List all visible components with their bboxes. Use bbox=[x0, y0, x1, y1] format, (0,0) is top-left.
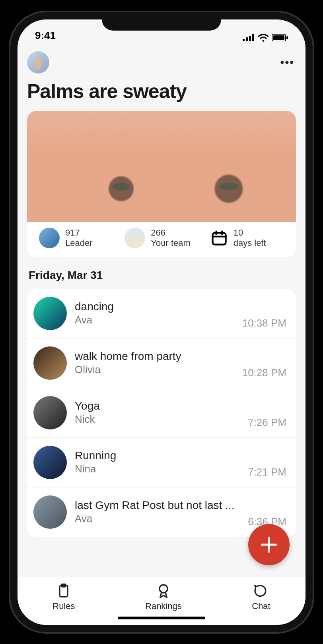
feed-item-title: Yoga bbox=[75, 400, 240, 412]
page-title: Palms are sweaty bbox=[27, 80, 296, 103]
feed-item[interactable]: dancing Ava 10:38 PM bbox=[27, 289, 296, 338]
feed-item-title: walk home from party bbox=[75, 350, 234, 363]
nav-chat[interactable]: Chat bbox=[252, 583, 270, 611]
feed-item-title: Running bbox=[75, 449, 240, 462]
more-icon[interactable]: ••• bbox=[280, 56, 296, 69]
feed-item-user: Ava bbox=[75, 512, 240, 525]
svg-rect-5 bbox=[273, 35, 284, 40]
stat-team[interactable]: 266 Your team bbox=[125, 228, 198, 248]
battery-icon bbox=[272, 34, 288, 41]
ribbon-icon bbox=[156, 583, 171, 599]
nav-rules[interactable]: Rules bbox=[53, 583, 75, 611]
feed-item-time: 10:38 PM bbox=[242, 317, 286, 329]
phone-frame: 9:41 ••• Palms are sweaty 917 bbox=[10, 12, 313, 632]
svg-rect-7 bbox=[212, 233, 226, 244]
team-label: Your team bbox=[151, 238, 190, 248]
feed-item-avatar bbox=[33, 297, 67, 330]
svg-rect-3 bbox=[252, 34, 254, 41]
feed-item[interactable]: Yoga Nick 7:26 PM bbox=[27, 388, 296, 438]
stat-days-left[interactable]: 10 days left bbox=[210, 228, 284, 248]
feed-item-avatar bbox=[33, 495, 67, 529]
wifi-icon bbox=[258, 34, 269, 42]
feed-item[interactable]: walk home from party Olivia 10:28 PM bbox=[27, 338, 296, 388]
calendar-icon bbox=[210, 229, 228, 247]
feed-item-time: 10:28 PM bbox=[242, 367, 286, 379]
plus-icon bbox=[259, 534, 279, 555]
days-value: 10 bbox=[233, 228, 266, 238]
challenge-card[interactable]: 917 Leader 266 Your team bbox=[27, 111, 296, 257]
days-label: days left bbox=[233, 238, 266, 248]
header-row: ••• bbox=[27, 51, 296, 73]
screen: 9:41 ••• Palms are sweaty 917 bbox=[18, 19, 305, 625]
leader-avatar bbox=[39, 228, 60, 248]
svg-rect-1 bbox=[246, 37, 248, 41]
feed-item-avatar bbox=[33, 446, 67, 479]
leader-value: 917 bbox=[65, 228, 93, 238]
svg-rect-0 bbox=[243, 39, 245, 41]
challenge-stats-row: 917 Leader 266 Your team bbox=[27, 222, 296, 257]
nav-chat-label: Chat bbox=[252, 601, 270, 611]
team-avatar bbox=[125, 228, 145, 248]
feed-item-avatar bbox=[33, 396, 67, 429]
stat-leader[interactable]: 917 Leader bbox=[39, 228, 113, 248]
svg-rect-2 bbox=[249, 36, 251, 41]
feed-item-title: last Gym Rat Post but not last ... bbox=[75, 499, 240, 512]
challenge-cover-image bbox=[27, 111, 296, 222]
chat-icon bbox=[253, 583, 269, 599]
leader-label: Leader bbox=[65, 238, 93, 248]
feed-item-avatar bbox=[33, 346, 67, 380]
clipboard-icon bbox=[56, 583, 72, 599]
feed-item-user: Olivia bbox=[75, 364, 234, 376]
feed-item-user: Nick bbox=[75, 413, 240, 425]
add-post-button[interactable] bbox=[248, 524, 290, 565]
svg-rect-6 bbox=[286, 36, 288, 39]
activity-feed: dancing Ava 10:38 PM walk home from part… bbox=[27, 289, 296, 537]
feed-item-user: Nina bbox=[75, 463, 240, 475]
home-indicator[interactable] bbox=[118, 617, 205, 619]
feed-item-title: dancing bbox=[75, 300, 234, 313]
date-header: Friday, Mar 31 bbox=[29, 269, 296, 282]
team-value: 266 bbox=[151, 228, 190, 238]
feed-item-time: 7:21 PM bbox=[248, 466, 286, 478]
nav-rankings-label: Rankings bbox=[145, 601, 182, 611]
svg-point-10 bbox=[160, 585, 167, 593]
content-area[interactable]: ••• Palms are sweaty 917 Leader bbox=[18, 44, 305, 577]
status-indicators bbox=[243, 34, 288, 42]
feed-item-user: Ava bbox=[75, 314, 234, 326]
status-time: 9:41 bbox=[35, 29, 56, 42]
nav-rules-label: Rules bbox=[53, 601, 75, 611]
feed-item[interactable]: Running Nina 7:21 PM bbox=[27, 438, 296, 487]
notch bbox=[102, 12, 221, 31]
nav-rankings[interactable]: Rankings bbox=[145, 583, 182, 611]
profile-avatar[interactable] bbox=[27, 51, 49, 73]
cellular-icon bbox=[243, 34, 255, 41]
feed-item-time: 7:26 PM bbox=[248, 416, 286, 429]
